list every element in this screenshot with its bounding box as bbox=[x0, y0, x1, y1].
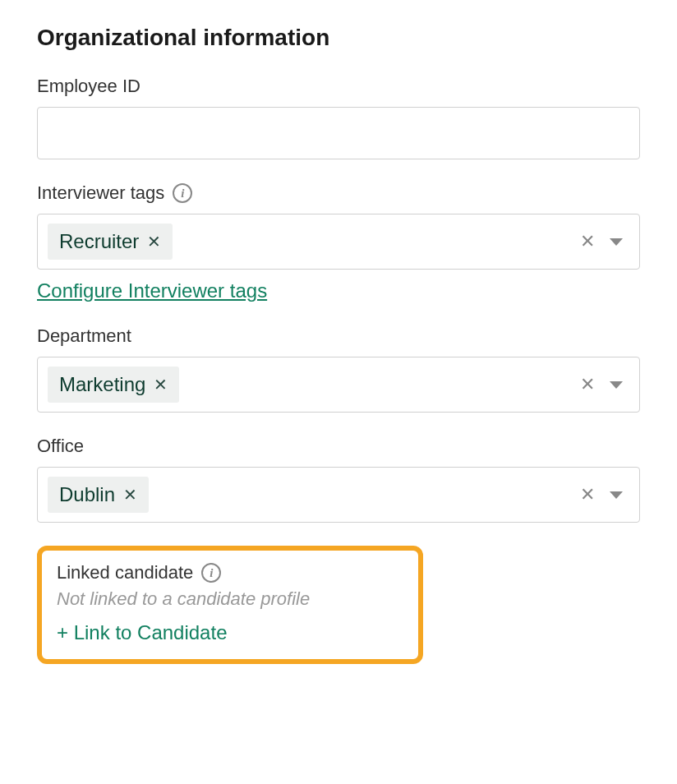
interviewer-tags-group: Interviewer tags i Recruiter ✕ ✕ Configu… bbox=[37, 182, 640, 302]
close-icon[interactable]: ✕ bbox=[154, 376, 168, 393]
department-group: Department Marketing ✕ ✕ bbox=[37, 325, 640, 413]
employee-id-label: Employee ID bbox=[37, 76, 640, 97]
close-icon[interactable]: ✕ bbox=[147, 233, 161, 250]
tag-dublin[interactable]: Dublin ✕ bbox=[48, 477, 149, 513]
department-select[interactable]: Marketing ✕ ✕ bbox=[37, 357, 640, 413]
info-icon[interactable]: i bbox=[173, 183, 192, 203]
tag-recruiter[interactable]: Recruiter ✕ bbox=[48, 224, 173, 260]
chevron-down-icon[interactable] bbox=[610, 491, 623, 499]
configure-interviewer-tags-link[interactable]: Configure Interviewer tags bbox=[37, 279, 267, 302]
section-title: Organizational information bbox=[37, 25, 640, 51]
office-group: Office Dublin ✕ ✕ bbox=[37, 436, 640, 523]
chevron-down-icon[interactable] bbox=[610, 238, 623, 246]
tag-marketing[interactable]: Marketing ✕ bbox=[48, 367, 179, 403]
department-taglist: Marketing ✕ bbox=[48, 367, 179, 403]
clear-all-icon[interactable]: ✕ bbox=[580, 376, 595, 394]
linked-candidate-label-text: Linked candidate bbox=[57, 562, 193, 583]
clear-all-icon[interactable]: ✕ bbox=[580, 486, 595, 504]
office-label: Office bbox=[37, 436, 640, 457]
office-taglist: Dublin ✕ bbox=[48, 477, 149, 513]
interviewer-tags-label: Interviewer tags i bbox=[37, 182, 640, 204]
employee-id-group: Employee ID bbox=[37, 76, 640, 159]
info-icon[interactable]: i bbox=[201, 563, 221, 583]
linked-candidate-highlight: Linked candidate i Not linked to a candi… bbox=[37, 546, 423, 664]
employee-id-input[interactable] bbox=[37, 107, 640, 159]
link-to-candidate-button[interactable]: + Link to Candidate bbox=[57, 621, 403, 644]
clear-all-icon[interactable]: ✕ bbox=[580, 233, 595, 251]
department-controls: ✕ bbox=[580, 376, 629, 394]
office-controls: ✕ bbox=[580, 486, 629, 504]
tag-label: Marketing bbox=[59, 373, 145, 396]
office-select[interactable]: Dublin ✕ ✕ bbox=[37, 467, 640, 523]
interviewer-tags-select[interactable]: Recruiter ✕ ✕ bbox=[37, 214, 640, 270]
interviewer-tags-label-text: Interviewer tags bbox=[37, 182, 164, 204]
close-icon[interactable]: ✕ bbox=[123, 487, 137, 503]
chevron-down-icon[interactable] bbox=[610, 381, 623, 389]
tag-label: Recruiter bbox=[59, 230, 139, 253]
interviewer-tags-taglist: Recruiter ✕ bbox=[48, 224, 173, 260]
linked-candidate-status: Not linked to a candidate profile bbox=[57, 588, 403, 610]
tag-label: Dublin bbox=[59, 483, 115, 506]
linked-candidate-label: Linked candidate i bbox=[57, 562, 403, 583]
department-label: Department bbox=[37, 325, 640, 347]
interviewer-tags-controls: ✕ bbox=[580, 233, 629, 251]
